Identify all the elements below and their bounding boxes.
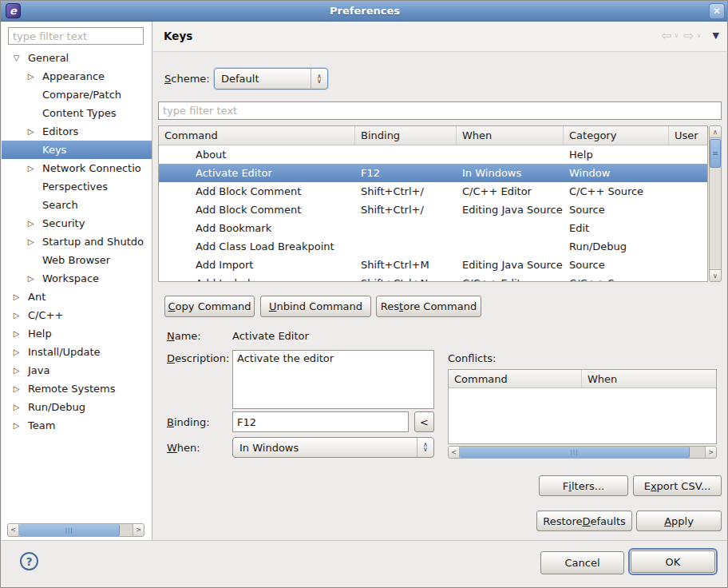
- scrollbar-thumb[interactable]: ≡: [710, 139, 721, 168]
- expander-collapsed-icon[interactable]: ▷: [25, 237, 37, 246]
- conflicts-horizontal-scrollbar[interactable]: < ||| >: [448, 446, 717, 459]
- description-textarea[interactable]: [232, 350, 434, 409]
- sidebar-item-compare-patch[interactable]: Compare/Patch: [2, 85, 152, 104]
- table-row[interactable]: Add Class Load Breakpoint Run/Debug: [159, 237, 707, 256]
- sidebar-item-ant[interactable]: ▷ Ant: [2, 288, 152, 306]
- restore-defaults-button[interactable]: Restore Defaults: [536, 511, 632, 531]
- cancel-button[interactable]: Cancel: [540, 551, 624, 574]
- help-icon[interactable]: ?: [20, 552, 38, 570]
- combo-spinner-icon[interactable]: ∧ ∨: [417, 443, 433, 452]
- sidebar-item-web-browser[interactable]: Web Browser: [2, 251, 152, 269]
- combo-spinner-icon[interactable]: ∧ ∨: [311, 74, 327, 84]
- sidebar-item-appearance[interactable]: ▷ Appearance: [2, 67, 152, 85]
- expander-collapsed-icon[interactable]: ▷: [10, 292, 22, 301]
- ok-button[interactable]: OK: [631, 550, 715, 573]
- filters-button[interactable]: Filters...: [539, 475, 628, 496]
- view-menu-icon[interactable]: ▼: [713, 30, 719, 41]
- sidebar-filter-input[interactable]: [8, 27, 144, 45]
- sidebar-item-workspace[interactable]: ▷ Workspace: [2, 269, 152, 288]
- expander-collapsed-icon[interactable]: ▷: [25, 219, 37, 228]
- expander-collapsed-icon[interactable]: ▷: [10, 366, 22, 375]
- sidebar-item-label: Security: [42, 217, 85, 229]
- cell-category: C/C++ Source: [564, 277, 669, 282]
- binding-input[interactable]: [232, 411, 409, 432]
- table-row[interactable]: About Help: [159, 145, 707, 164]
- table-row[interactable]: Add Block Comment Shift+Ctrl+/ C/C++ Edi…: [159, 182, 707, 201]
- cell-category: Source: [564, 259, 669, 271]
- expander-collapsed-icon[interactable]: ▷: [10, 348, 22, 356]
- titlebar[interactable]: e Preferences ✕: [1, 1, 728, 22]
- binding-back-icon[interactable]: <: [414, 411, 434, 432]
- sidebar-item-security[interactable]: ▷ Security: [2, 214, 152, 232]
- sidebar-item-editors[interactable]: ▷ Editors: [2, 122, 152, 141]
- expander-collapsed-icon[interactable]: ▷: [25, 274, 37, 283]
- scrollbar-thumb[interactable]: |||: [460, 447, 690, 458]
- back-icon[interactable]: ⇦: [661, 28, 671, 43]
- sidebar-item-label: Web Browser: [42, 254, 110, 266]
- scroll-left-icon[interactable]: <: [8, 524, 19, 536]
- scrollbar-track[interactable]: [690, 447, 705, 458]
- command-filter-input[interactable]: [158, 101, 722, 120]
- conflicts-table: Command When: [448, 369, 717, 444]
- export-csv-button[interactable]: Export CSV...: [633, 475, 722, 496]
- forward-chevron-icon[interactable]: ∨: [697, 32, 702, 39]
- sidebar-item-startup-and-shutdown[interactable]: ▷ Startup and Shutdo: [2, 232, 152, 251]
- sidebar-item-install-update[interactable]: ▷ Install/Update: [2, 343, 152, 361]
- sidebar-item-network-connections[interactable]: ▷ Network Connectio: [2, 159, 152, 177]
- sidebar-item-help[interactable]: ▷ Help: [2, 324, 152, 343]
- expander-collapsed-icon[interactable]: ▷: [10, 311, 22, 320]
- sidebar-item-remote-systems[interactable]: ▷ Remote Systems: [2, 379, 152, 398]
- conflicts-column-when[interactable]: When: [582, 370, 716, 387]
- column-header-user[interactable]: User: [669, 126, 707, 145]
- scheme-combobox[interactable]: Default ∧ ∨: [214, 68, 328, 89]
- expander-collapsed-icon[interactable]: ▷: [10, 403, 22, 411]
- sidebar-item-perspectives[interactable]: Perspectives: [2, 177, 152, 196]
- sidebar-item-run-debug[interactable]: ▷ Run/Debug: [2, 398, 152, 416]
- scroll-right-icon[interactable]: >: [133, 524, 144, 536]
- apply-button[interactable]: Apply: [636, 511, 722, 531]
- expander-collapsed-icon[interactable]: ▷: [25, 72, 37, 81]
- conflicts-column-command[interactable]: Command: [449, 370, 582, 387]
- expander-collapsed-icon[interactable]: ▷: [10, 329, 22, 338]
- copy-command-button[interactable]: Copy Command: [164, 296, 255, 317]
- sidebar-item-team[interactable]: ▷ Team: [2, 416, 152, 435]
- back-chevron-icon[interactable]: ∨: [674, 32, 679, 39]
- sidebar-item-java[interactable]: ▷ Java: [2, 361, 152, 379]
- scroll-up-icon[interactable]: ∧: [710, 126, 721, 138]
- table-row[interactable]: Add Block Comment Shift+Ctrl+/ Editing J…: [159, 201, 707, 219]
- expander-expanded-icon[interactable]: ▽: [10, 54, 22, 62]
- sidebar-item-label: Keys: [42, 144, 66, 156]
- sidebar-item-general[interactable]: ▽ General: [2, 49, 152, 67]
- when-combobox[interactable]: In Windows ∧ ∨: [232, 437, 434, 458]
- table-vertical-scrollbar[interactable]: ∧ ≡ ∨: [709, 125, 722, 282]
- expander-collapsed-icon[interactable]: ▷: [25, 127, 37, 136]
- table-row[interactable]: Add Include Shift+Ctrl+N C/C++ Editor C/…: [159, 274, 707, 282]
- cell-when: C/C++ Editor: [457, 277, 564, 282]
- table-row-selected[interactable]: Activate Editor F12 In Windows Window: [159, 164, 707, 182]
- scrollbar-track[interactable]: [120, 524, 133, 536]
- unbind-command-button[interactable]: Unbind Command: [260, 296, 371, 317]
- expander-collapsed-icon[interactable]: ▷: [10, 384, 22, 393]
- scrollbar-thumb[interactable]: |||: [19, 524, 120, 536]
- table-row[interactable]: Add Bookmark Edit: [159, 219, 707, 237]
- column-header-binding[interactable]: Binding: [355, 126, 457, 145]
- expander-collapsed-icon[interactable]: ▷: [25, 164, 37, 173]
- column-header-category[interactable]: Category: [564, 126, 669, 145]
- scroll-right-icon[interactable]: >: [705, 447, 716, 458]
- column-header-when[interactable]: When: [457, 126, 564, 145]
- conflicts-label: Conflicts:: [448, 352, 496, 364]
- forward-icon[interactable]: ⇨: [683, 28, 694, 43]
- expander-collapsed-icon[interactable]: ▷: [10, 421, 22, 430]
- column-header-command[interactable]: Command: [159, 126, 355, 145]
- sidebar-item-search[interactable]: Search: [2, 196, 152, 214]
- cell-category: Source: [564, 204, 669, 216]
- scroll-down-icon[interactable]: ∨: [710, 269, 721, 281]
- sidebar-item-keys[interactable]: Keys: [2, 141, 152, 159]
- table-row[interactable]: Add Import Shift+Ctrl+M Editing Java Sou…: [159, 256, 707, 274]
- sidebar-horizontal-scrollbar[interactable]: < ||| >: [7, 523, 144, 537]
- close-icon[interactable]: ✕: [709, 3, 725, 19]
- sidebar-item-content-types[interactable]: Content Types: [2, 104, 152, 122]
- sidebar-item-c-cpp[interactable]: ▷ C/C++: [2, 306, 152, 324]
- restore-command-button[interactable]: Restore Command: [376, 296, 481, 317]
- scroll-left-icon[interactable]: <: [449, 447, 460, 458]
